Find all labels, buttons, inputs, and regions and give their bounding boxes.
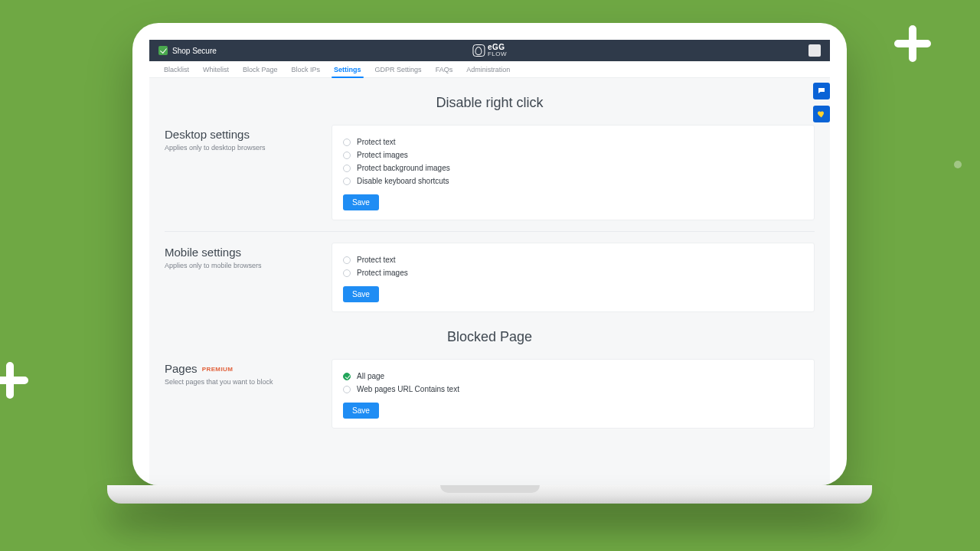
app-brand: Shop Secure [158,46,217,55]
option-row[interactable]: Disable keyboard shortcuts [343,177,803,185]
app-frame: Shop Secure eGG FLOW BlacklistWhitelistB… [149,40,830,485]
tab-administration[interactable]: Administration [466,61,511,77]
radio-icon[interactable] [343,373,351,380]
save-button[interactable]: Save [343,403,379,419]
radio-icon[interactable] [343,269,351,277]
option-label: Protect text [357,256,396,264]
laptop-notch [440,485,540,493]
save-button[interactable]: Save [343,286,379,302]
floating-actions [813,83,830,122]
pages-panel: All pageWeb pages URL Contains text Save [332,359,815,429]
decor-dot-icon [954,161,962,168]
option-label: Protect images [357,151,408,159]
radio-icon[interactable] [343,165,351,172]
tab-whitelist[interactable]: Whitelist [202,61,230,77]
tab-block-ips[interactable]: Block IPs [291,61,322,77]
premium-badge: PREMIUM [202,366,234,373]
radio-icon[interactable] [343,152,351,159]
mobile-settings-subtitle: Applies only to mobile browsers [165,262,318,269]
shield-icon [158,46,168,55]
option-row[interactable]: Protect background images [343,164,803,172]
desktop-settings-title: Desktop settings [165,128,318,141]
option-row[interactable]: Protect images [343,269,803,277]
option-row[interactable]: All page [343,372,803,380]
logo-text-bottom: FLOW [488,51,507,57]
logo-icon [472,44,485,57]
avatar[interactable] [808,44,821,57]
row-pages: Pages PREMIUM Select pages that you want… [165,359,815,429]
decor-plus-icon [892,23,933,64]
radio-icon[interactable] [343,256,351,264]
tab-block-page[interactable]: Block Page [242,61,279,77]
laptop-screen: Shop Secure eGG FLOW BlacklistWhitelistB… [132,23,847,485]
row-desktop-settings: Desktop settings Applies only to desktop… [165,125,815,220]
option-label: All page [357,372,384,380]
page-body: Disable right click Desktop settings App… [149,78,830,485]
option-label: Protect background images [357,164,450,172]
desktop-settings-subtitle: Applies only to desktop browsers [165,144,318,152]
option-row[interactable]: Protect text [343,138,803,146]
section-title-disable-right-click: Disable right click [165,95,815,111]
pages-title-text: Pages [165,362,198,375]
option-row[interactable]: Protect text [343,256,803,264]
tab-blacklist[interactable]: Blacklist [163,61,190,77]
decor-plus-icon [0,360,31,401]
radio-icon[interactable] [343,139,351,146]
pages-subtitle: Select pages that you want to block [165,378,318,386]
tab-gdpr-settings[interactable]: GDPR Settings [374,61,423,77]
tab-settings[interactable]: Settings [333,61,362,77]
option-label: Protect images [357,269,408,277]
mobile-settings-title: Mobile settings [165,246,318,259]
tab-faqs[interactable]: FAQs [435,61,454,77]
option-label: Protect text [357,138,396,146]
heart-icon[interactable] [813,106,830,122]
option-row[interactable]: Protect images [343,151,803,159]
radio-icon[interactable] [343,178,351,185]
option-row[interactable]: Web pages URL Contains text [343,385,803,393]
radio-icon[interactable] [343,386,351,393]
app-name: Shop Secure [172,47,217,55]
mobile-settings-panel: Protect textProtect images Save [332,243,815,312]
option-label: Disable keyboard shortcuts [357,177,449,185]
divider [165,231,815,232]
row-mobile-settings: Mobile settings Applies only to mobile b… [165,243,815,312]
laptop-base [107,485,872,504]
option-label: Web pages URL Contains text [357,385,459,393]
section-title-blocked-page: Blocked Page [165,329,815,345]
tabbar: BlacklistWhitelistBlock PageBlock IPsSet… [149,61,830,78]
logo: eGG FLOW [472,44,507,57]
desktop-settings-panel: Protect textProtect imagesProtect backgr… [332,125,815,220]
topbar: Shop Secure eGG FLOW [149,40,830,61]
chat-icon[interactable] [813,83,830,99]
pages-title: Pages PREMIUM [165,362,318,375]
save-button[interactable]: Save [343,194,379,210]
